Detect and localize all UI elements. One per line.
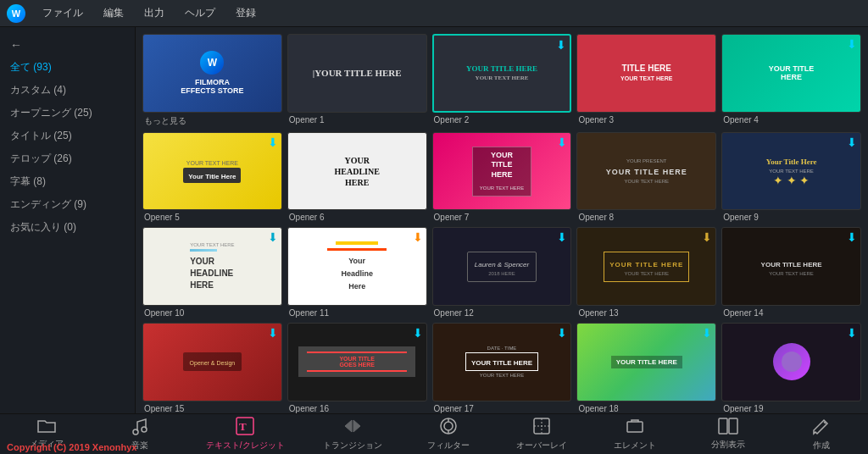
menu-help[interactable]: ヘルプ bbox=[181, 4, 219, 22]
download-icon: ⬇ bbox=[847, 327, 857, 339]
template-label: Opener 10 bbox=[142, 308, 282, 318]
template-label: Opener 19 bbox=[721, 404, 861, 413]
download-icon: ⬇ bbox=[268, 136, 278, 148]
list-item[interactable]: ⬇ Opener 19 bbox=[721, 323, 861, 413]
toolbar-overlay-label: オーバーレイ bbox=[516, 440, 567, 451]
svg-point-1 bbox=[142, 427, 147, 432]
template-label: Opener 12 bbox=[432, 308, 572, 318]
sidebar-item-ending[interactable]: エンディング (9) bbox=[0, 193, 135, 216]
template-label: Opener 17 bbox=[432, 404, 572, 413]
toolbar-filter[interactable]: フィルター bbox=[415, 413, 482, 454]
sidebar-item-subtitle[interactable]: 字幕 (8) bbox=[0, 170, 135, 193]
list-item[interactable]: YOURHEADLINEHERE Opener 6 bbox=[287, 132, 427, 223]
svg-rect-9 bbox=[627, 422, 643, 432]
template-label: Opener 5 bbox=[142, 213, 282, 222]
list-item[interactable]: ⬇ DATE · TIME YOUR TITLE HERE YOUR TEXT … bbox=[432, 323, 572, 413]
sidebar: ← 全て (93) カスタム (4) オープニング (25) タイトル (25)… bbox=[0, 27, 136, 413]
svg-text:T: T bbox=[239, 420, 247, 433]
download-icon: ⬇ bbox=[702, 327, 712, 339]
toolbar-transition[interactable]: トランジション bbox=[316, 413, 389, 454]
download-icon: ⬇ bbox=[556, 39, 566, 51]
sidebar-item-favorites[interactable]: お気に入り (0) bbox=[0, 216, 135, 239]
download-icon: ⬇ bbox=[847, 136, 857, 148]
sidebar-item-custom[interactable]: カスタム (4) bbox=[0, 79, 135, 102]
sidebar-back-button[interactable]: ← bbox=[0, 34, 135, 56]
download-icon: ⬇ bbox=[268, 327, 278, 339]
copyright-text: Copyright (C) 2019 Xenonhyx bbox=[7, 442, 136, 452]
template-label: Opener 9 bbox=[721, 213, 861, 222]
list-item[interactable]: TITLE HEREYOUR TEXT HERE Opener 3 bbox=[576, 34, 716, 127]
svg-rect-11 bbox=[729, 418, 737, 434]
toolbar-text-label: テキスト/クレジット bbox=[206, 440, 285, 451]
menu-output[interactable]: 出力 bbox=[141, 4, 168, 22]
app-icon: W bbox=[7, 4, 25, 23]
text-icon: T bbox=[236, 417, 254, 438]
sidebar-item-telop[interactable]: テロップ (26) bbox=[0, 147, 135, 170]
template-label: Opener 7 bbox=[432, 213, 572, 222]
list-item[interactable]: ⬇ YOURTITLEHERE YOUR TEXT HERE Opener 7 bbox=[432, 132, 572, 223]
folder-icon bbox=[37, 418, 56, 436]
svg-point-5 bbox=[444, 422, 453, 430]
list-item[interactable]: ⬇ YourHeadlineHere Opener 11 bbox=[287, 227, 427, 318]
list-item[interactable]: ⬇ YOUR TITLE HERE YOUR TEXT HERE Opener … bbox=[721, 227, 861, 318]
template-label: Opener 1 bbox=[287, 115, 427, 125]
download-icon: ⬇ bbox=[847, 38, 857, 50]
svg-rect-10 bbox=[719, 418, 727, 434]
list-item[interactable]: ⬇ Lauren & Spencer 2018 HERE Opener 12 bbox=[432, 227, 572, 318]
content-area[interactable]: W FILMORAEFFECTS STORE もっと見る |YOUR TITLE… bbox=[136, 27, 868, 413]
menu-bar: W ファイル 編集 出力 ヘルプ 登録 bbox=[0, 0, 868, 27]
transition-icon bbox=[343, 417, 362, 438]
list-item[interactable]: ⬇ YOUR TEXT HERE Your Title Here Opener … bbox=[142, 132, 282, 223]
template-label: Opener 14 bbox=[721, 308, 861, 318]
toolbar-create-label: 作成 bbox=[813, 440, 830, 451]
toolbar-overlay[interactable]: オーバーレイ bbox=[508, 413, 576, 454]
template-label: Opener 6 bbox=[287, 213, 427, 222]
element-icon bbox=[626, 417, 644, 438]
menu-edit[interactable]: 編集 bbox=[100, 4, 127, 22]
download-icon: ⬇ bbox=[413, 327, 423, 339]
toolbar-split-label: 分割表示 bbox=[711, 439, 745, 451]
list-item[interactable]: ⬇ YOUR TITLEHERE Opener 4 bbox=[721, 34, 861, 127]
toolbar-transition-label: トランジション bbox=[323, 440, 382, 451]
download-icon: ⬇ bbox=[847, 231, 857, 243]
template-label: Opener 13 bbox=[576, 308, 716, 318]
list-item[interactable]: ⬇ YOUR TITLE HERE Opener 18 bbox=[576, 323, 716, 413]
list-item[interactable]: ⬇ YOUR TITLE HEREYOUR TEXT HERE Opener 2 bbox=[432, 34, 572, 127]
template-label: Opener 15 bbox=[142, 404, 282, 413]
toolbar-element-label: エレメント bbox=[614, 440, 656, 451]
list-item[interactable]: ⬇ Opener & Design Opener 15 bbox=[142, 323, 282, 413]
music-icon bbox=[131, 417, 148, 438]
sidebar-item-title[interactable]: タイトル (25) bbox=[0, 125, 135, 147]
toolbar-create[interactable]: 作成 bbox=[787, 413, 855, 454]
template-label: Opener 11 bbox=[287, 308, 427, 318]
menu-file[interactable]: ファイル bbox=[39, 4, 86, 22]
template-grid: W FILMORAEFFECTS STORE もっと見る |YOUR TITLE… bbox=[142, 34, 861, 413]
template-label: Opener 3 bbox=[576, 115, 716, 125]
download-icon: ⬇ bbox=[702, 231, 712, 243]
menu-register[interactable]: 登録 bbox=[232, 4, 259, 22]
template-label: Opener 2 bbox=[432, 115, 572, 125]
list-item[interactable]: YOUR PRESENT YOUR TITLE HERE YOUR TEXT H… bbox=[576, 132, 716, 223]
list-item[interactable]: ⬇ Your Title Here YOUR TEXT HERE ✦ ✦ ✦ O… bbox=[721, 132, 861, 223]
list-item[interactable]: ⬇ YOUR TITLEGOES HERE Opener 16 bbox=[287, 323, 427, 413]
filmora-store-item[interactable]: W FILMORAEFFECTS STORE もっと見る bbox=[142, 34, 282, 127]
list-item[interactable]: ⬇ YOUR TITLE HERE YOUR TEXT HERE Opener … bbox=[576, 227, 716, 318]
toolbar-filter-label: フィルター bbox=[427, 440, 470, 451]
overlay-icon bbox=[532, 417, 551, 438]
download-icon: ⬇ bbox=[557, 136, 567, 148]
svg-point-0 bbox=[133, 429, 138, 435]
download-icon: ⬇ bbox=[557, 327, 567, 339]
toolbar-split[interactable]: 分割表示 bbox=[694, 414, 762, 454]
sidebar-item-all[interactable]: 全て (93) bbox=[0, 56, 135, 79]
list-item[interactable]: |YOUR TITLE HERE Opener 1 bbox=[287, 34, 427, 127]
main-layout: ← 全て (93) カスタム (4) オープニング (25) タイトル (25)… bbox=[0, 27, 868, 413]
toolbar-element[interactable]: エレメント bbox=[601, 413, 669, 454]
download-icon: ⬇ bbox=[413, 231, 423, 243]
template-label: Opener 16 bbox=[287, 404, 427, 413]
toolbar-text[interactable]: T テキスト/クレジット bbox=[199, 413, 292, 454]
template-label: Opener 18 bbox=[576, 404, 716, 413]
split-icon bbox=[718, 418, 738, 437]
see-more-label: もっと見る bbox=[142, 115, 282, 127]
sidebar-item-opening[interactable]: オープニング (25) bbox=[0, 102, 135, 125]
list-item[interactable]: ⬇ YOUR TEXT HERE YOURHEADLINEHERE Opener… bbox=[142, 227, 282, 318]
